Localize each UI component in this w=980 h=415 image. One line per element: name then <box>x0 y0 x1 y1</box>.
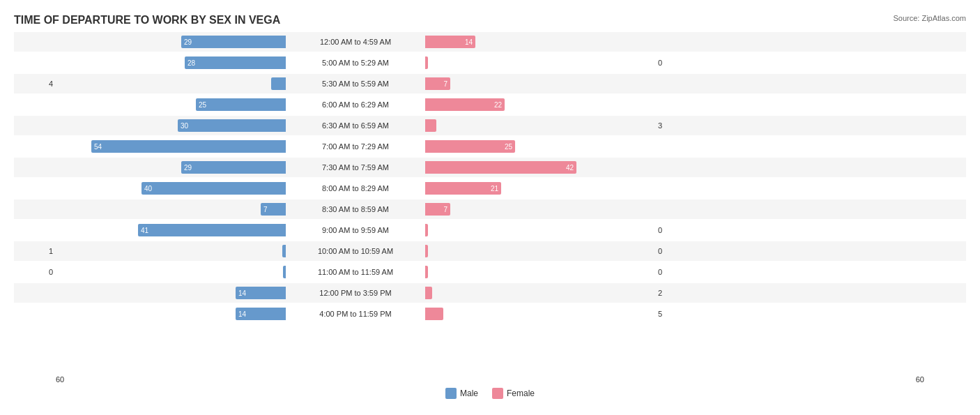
bar-male: 25 <box>196 98 286 111</box>
bar-female: 7 <box>425 203 450 216</box>
time-label: 12:00 AM to 4:59 AM <box>286 38 425 46</box>
bar-male: 29 <box>181 36 286 48</box>
bars-right: 22 <box>425 95 655 114</box>
bars-right <box>425 241 655 261</box>
female-value-label: 5 <box>655 310 690 318</box>
bar-female: 25 <box>425 140 515 153</box>
bars-left: 28 <box>56 53 286 73</box>
female-value-label: 0 <box>655 247 690 255</box>
source-label: Source: ZipAtlas.com <box>893 14 966 22</box>
bar-male: 14 <box>236 308 286 320</box>
time-label: 6:30 AM to 6:59 AM <box>286 121 425 130</box>
table-row: 40 8:00 AM to 8:29 AM 21 <box>14 179 966 198</box>
bars-left: 29 <box>56 32 286 52</box>
male-value-label: 1 <box>14 247 56 255</box>
bars-right: 42 <box>425 158 655 177</box>
legend: Male Female <box>14 388 966 399</box>
female-value-label: 0 <box>655 268 690 276</box>
bars-right: 7 <box>425 199 655 219</box>
chart-area: 29 12:00 AM to 4:59 AM 14 28 5:00 AM to … <box>14 32 966 374</box>
bars-left <box>56 241 286 261</box>
bars-right <box>425 116 655 135</box>
bars-left: 41 <box>56 220 286 240</box>
time-label: 7:30 AM to 7:59 AM <box>286 163 425 172</box>
bar-male: 41 <box>138 224 286 236</box>
time-label: 10:00 AM to 10:59 AM <box>286 247 425 255</box>
bar-female <box>425 224 428 236</box>
bars-left: 14 <box>56 304 286 324</box>
time-label: 8:30 AM to 8:59 AM <box>286 205 425 213</box>
bar-male <box>271 77 286 90</box>
legend-male-box <box>445 388 457 399</box>
bars-right <box>425 53 655 73</box>
table-row: 29 7:30 AM to 7:59 AM 42 <box>14 158 966 177</box>
bar-male: 7 <box>261 203 286 216</box>
table-row: 28 5:00 AM to 5:29 AM 0 <box>14 53 966 73</box>
bar-female: 42 <box>425 161 576 174</box>
bar-female <box>425 245 428 257</box>
axis-right: 60 <box>916 375 924 384</box>
time-label: 8:00 AM to 8:29 AM <box>286 184 425 193</box>
male-value-label: 4 <box>14 80 56 88</box>
chart-container: TIME OF DEPARTURE TO WORK BY SEX IN VEGA… <box>0 0 980 415</box>
bar-male: 14 <box>236 287 286 299</box>
bars-left: 54 <box>56 137 286 156</box>
legend-female: Female <box>492 388 535 399</box>
male-value-label: 0 <box>14 268 56 276</box>
bar-male: 30 <box>178 119 286 132</box>
table-row: 30 6:30 AM to 6:59 AM 3 <box>14 116 966 135</box>
table-row: 4 5:30 AM to 5:59 AM 7 <box>14 74 966 93</box>
table-row: 1 10:00 AM to 10:59 AM 0 <box>14 241 966 261</box>
time-label: 9:00 AM to 9:59 AM <box>286 226 425 234</box>
bars-right: 7 <box>425 74 655 93</box>
table-row: 7 8:30 AM to 8:59 AM 7 <box>14 199 966 219</box>
bars-left <box>56 262 286 282</box>
table-row: 25 6:00 AM to 6:29 AM 22 <box>14 95 966 114</box>
bars-right: 25 <box>425 137 655 156</box>
bar-male: 29 <box>181 161 286 174</box>
axis-left: 60 <box>56 375 64 384</box>
bars-right <box>425 220 655 240</box>
bars-left: 30 <box>56 116 286 135</box>
chart-title: TIME OF DEPARTURE TO WORK BY SEX IN VEGA <box>14 14 966 27</box>
bars-right <box>425 262 655 282</box>
bars-right <box>425 283 655 303</box>
time-label: 7:00 AM to 7:29 AM <box>286 142 425 151</box>
legend-female-label: Female <box>507 388 535 398</box>
bar-female <box>425 56 428 69</box>
bars-right <box>425 304 655 324</box>
table-row: 14 4:00 PM to 11:59 PM 5 <box>14 304 966 324</box>
time-label: 11:00 AM to 11:59 AM <box>286 268 425 276</box>
bars-left: 25 <box>56 95 286 114</box>
female-value-label: 0 <box>655 59 690 67</box>
bar-female <box>425 308 443 320</box>
table-row: 54 7:00 AM to 7:29 AM 25 <box>14 137 966 156</box>
table-row: 29 12:00 AM to 4:59 AM 14 <box>14 32 966 52</box>
time-label: 12:00 PM to 3:59 PM <box>286 289 425 297</box>
bars-left: 40 <box>56 179 286 198</box>
table-row: 41 9:00 AM to 9:59 AM 0 <box>14 220 966 240</box>
female-value-label: 2 <box>655 289 690 297</box>
axis-labels: 60 60 <box>14 375 966 384</box>
female-value-label: 3 <box>655 121 690 130</box>
bar-female <box>425 266 428 278</box>
bars-left: 7 <box>56 199 286 219</box>
bars-right: 21 <box>425 179 655 198</box>
time-label: 5:00 AM to 5:29 AM <box>286 59 425 67</box>
bars-right: 14 <box>425 32 655 52</box>
time-label: 4:00 PM to 11:59 PM <box>286 310 425 318</box>
bar-female <box>425 287 432 299</box>
bar-male: 40 <box>141 182 286 195</box>
bar-female: 7 <box>425 77 450 90</box>
bar-female: 22 <box>425 98 505 111</box>
table-row: 0 11:00 AM to 11:59 AM 0 <box>14 262 966 282</box>
time-label: 6:00 AM to 6:29 AM <box>286 100 425 109</box>
bar-female: 21 <box>425 182 501 195</box>
legend-male-label: Male <box>460 388 478 398</box>
legend-female-box <box>492 388 503 399</box>
bar-female: 14 <box>425 36 475 48</box>
bar-female <box>425 119 436 132</box>
bar-male: 54 <box>91 140 286 153</box>
female-value-label: 0 <box>655 226 690 234</box>
bar-male: 28 <box>185 56 286 69</box>
